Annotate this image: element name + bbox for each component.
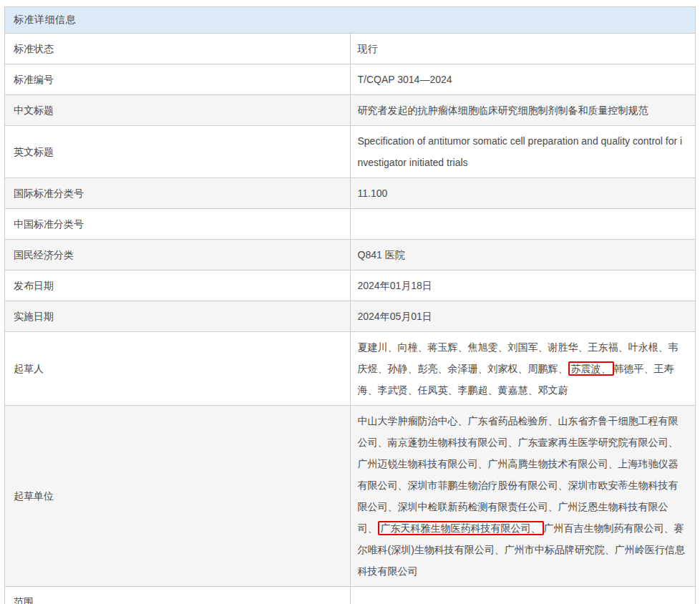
row-value: T/CQAP 3014—2024 (350, 64, 696, 95)
row-drafters: 起草人 夏建川、向橦、蒋玉辉、焦旭雯、刘国军、谢胜华、王东福、叶永根、韦庆煜、孙… (5, 332, 696, 406)
row-label: 国际标准分类号 (5, 178, 351, 209)
row-label: 范围 (5, 587, 351, 604)
row-label: 起草人 (5, 332, 351, 406)
row-value: 中山大学肿瘤防治中心、广东省药品检验所、山东省齐鲁干细胞工程有限公司、南京蓬勃生… (350, 406, 696, 587)
row-label: 中国标准分类号 (5, 209, 351, 240)
standard-detail-table: 标准详细信息 标准状态 现行 标准编号 T/CQAP 3014—2024 中文标… (4, 6, 696, 604)
table-header-row: 标准详细信息 (5, 7, 696, 34)
row-value (350, 209, 696, 240)
row-standard-status: 标准状态 现行 (5, 34, 696, 64)
row-value: 2024年01月18日 (350, 271, 696, 301)
row-value: 夏建川、向橦、蒋玉辉、焦旭雯、刘国军、谢胜华、王东福、叶永根、韦庆煜、孙静、彭亮… (350, 332, 696, 406)
row-label: 实施日期 (5, 301, 351, 332)
draft-units-text-before: 中山大学肿瘤防治中心、广东省药品检验所、山东省齐鲁干细胞工程有限公司、南京蓬勃生… (358, 415, 679, 534)
row-value: Q841 医院 (350, 240, 696, 271)
row-ccs-number: 中国标准分类号 (5, 209, 696, 240)
row-english-title: 英文标题 Specification of antitumor somatic … (5, 126, 696, 178)
page: 标准详细信息 标准状态 现行 标准编号 T/CQAP 3014—2024 中文标… (0, 0, 700, 604)
page-title: 标准详细信息 (5, 7, 696, 34)
row-value: 11.100 (350, 178, 696, 209)
row-label: 英文标题 (5, 126, 351, 178)
row-value: Specification of antitumor somatic cell … (350, 126, 696, 178)
row-label: 国民经济分类 (5, 240, 351, 271)
row-chinese-title: 中文标题 研究者发起的抗肿瘤体细胞临床研究细胞制剂制备和质量控制规范 (5, 95, 696, 126)
row-value: 2024年05月01日 (350, 301, 696, 332)
row-implement-date: 实施日期 2024年05月01日 (5, 301, 696, 332)
row-value (350, 587, 696, 604)
row-economy-class: 国民经济分类 Q841 医院 (5, 240, 696, 271)
row-scope: 范围 (5, 587, 696, 604)
row-standard-code: 标准编号 T/CQAP 3014—2024 (5, 64, 696, 95)
row-ics-number: 国际标准分类号 11.100 (5, 178, 696, 209)
row-publish-date: 发布日期 2024年01月18日 (5, 271, 696, 301)
row-label: 标准状态 (5, 34, 351, 64)
row-label: 发布日期 (5, 271, 351, 301)
row-value: 现行 (350, 34, 696, 64)
row-label: 标准编号 (5, 64, 351, 95)
row-label: 起草单位 (5, 406, 351, 587)
red-highlight-box: 苏震波、 (568, 361, 614, 376)
row-draft-units: 起草单位 中山大学肿瘤防治中心、广东省药品检验所、山东省齐鲁干细胞工程有限公司、… (5, 406, 696, 587)
row-value: 研究者发起的抗肿瘤体细胞临床研究细胞制剂制备和质量控制规范 (350, 95, 696, 126)
red-highlight-box: 广东天科雅生物医药科技有限公司、 (378, 521, 544, 535)
row-label: 中文标题 (5, 95, 351, 126)
